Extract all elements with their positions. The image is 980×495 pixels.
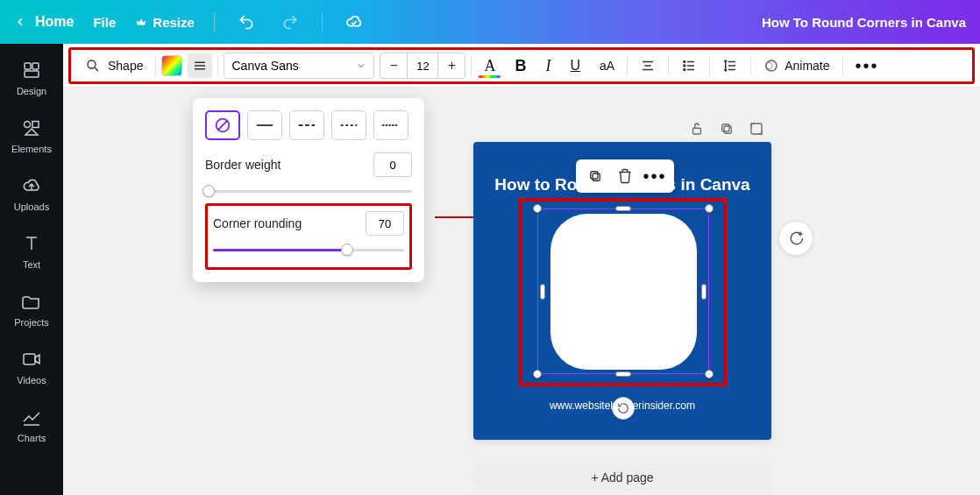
cloud-sync-button[interactable] [342, 10, 366, 34]
context-toolbar: Shape Canva Sans − 12 + A B I U aA [68, 47, 975, 84]
corner-rounding-slider[interactable] [213, 243, 404, 257]
border-style-none[interactable] [205, 110, 240, 140]
svg-point-3 [25, 122, 31, 128]
border-style-row [205, 110, 412, 140]
font-size-increase[interactable]: + [438, 58, 465, 74]
svg-rect-40 [591, 172, 598, 179]
italic-button[interactable]: I [538, 53, 557, 79]
svg-point-18 [684, 69, 685, 71]
svg-rect-37 [722, 124, 729, 131]
list-icon [681, 58, 697, 74]
text-case-button[interactable]: aA [593, 53, 621, 79]
animate-icon [763, 58, 779, 74]
cloud-check-icon [344, 12, 364, 32]
duplicate-selection-button[interactable] [581, 163, 609, 189]
sidebar-item-elements[interactable]: Elements [0, 107, 63, 165]
undo-icon [238, 13, 255, 31]
add-page-button[interactable]: + Add page [473, 463, 771, 492]
toolbar-container: Shape Canva Sans − 12 + A B I U aA [63, 44, 980, 88]
toolbar-separator [217, 56, 218, 75]
toolbar-separator [750, 56, 751, 75]
sidebar-item-videos[interactable]: Videos [0, 338, 63, 396]
sidebar-item-text[interactable]: Text [0, 223, 63, 280]
align-center-icon [640, 58, 656, 74]
resize-handle-top[interactable] [615, 206, 631, 211]
upload-cloud-icon [21, 175, 42, 196]
shape-tool-label: Shape [108, 59, 143, 73]
rotate-handle[interactable] [612, 397, 635, 420]
redo-button[interactable] [278, 10, 302, 34]
toolbar-separator [842, 56, 843, 75]
list-button[interactable] [674, 53, 704, 79]
text-align-button[interactable] [633, 53, 663, 79]
bold-button[interactable]: B [508, 53, 533, 79]
svg-rect-4 [32, 122, 39, 128]
home-label: Home [35, 14, 74, 30]
resize-handle-tl[interactable] [533, 204, 542, 213]
svg-rect-2 [25, 71, 39, 77]
font-family-select[interactable]: Canva Sans [224, 53, 374, 79]
shape-tool-button[interactable]: Shape [78, 53, 150, 79]
more-button[interactable]: ••• [849, 53, 886, 79]
corner-rounding-label: Corner rounding [213, 216, 302, 230]
duplicate-icon[interactable] [719, 121, 735, 137]
fill-color-swatch[interactable] [161, 55, 182, 76]
folder-icon [21, 291, 42, 312]
header-left: Home File Resize [14, 10, 366, 34]
font-name: Canva Sans [231, 59, 298, 73]
resize-handle-br[interactable] [705, 370, 714, 378]
spacing-button[interactable] [715, 53, 745, 79]
sidebar-item-charts[interactable]: Charts [0, 396, 63, 454]
toolbar-separator [471, 56, 472, 75]
corner-rounding-section: Corner rounding 70 [205, 203, 412, 270]
sidebar-item-projects[interactable]: Projects [0, 280, 63, 338]
border-style-dashed[interactable] [289, 110, 324, 140]
back-home[interactable]: Home [14, 14, 74, 30]
expand-icon[interactable] [749, 121, 764, 137]
resize-handle-bottom[interactable] [615, 371, 631, 377]
border-weight-slider[interactable] [205, 184, 412, 198]
border-style-button[interactable] [188, 53, 212, 78]
animate-label: Animate [785, 59, 829, 73]
resize-handle-bl[interactable] [533, 370, 542, 378]
corner-rounding-input[interactable]: 70 [366, 211, 404, 236]
sidebar-item-design[interactable]: Design [0, 49, 63, 107]
more-selection-button[interactable]: ••• [641, 163, 669, 189]
chevron-down-icon [356, 60, 366, 71]
sidebar-label: Charts [18, 433, 46, 443]
svg-rect-38 [751, 124, 762, 134]
border-style-short-dash[interactable] [331, 110, 366, 140]
line-dotted-icon [381, 116, 401, 135]
hamburger-icon [192, 58, 208, 74]
font-size-decrease[interactable]: − [380, 58, 407, 74]
resize-handle-tr[interactable] [705, 204, 714, 213]
font-size-value[interactable]: 12 [407, 53, 438, 78]
menu-resize[interactable]: Resize [135, 15, 195, 30]
chart-line-icon [21, 407, 42, 428]
sidebar-item-uploads[interactable]: Uploads [0, 165, 63, 223]
border-style-solid[interactable] [247, 110, 282, 140]
border-weight-input[interactable]: 0 [373, 152, 412, 177]
resize-handle-left[interactable] [540, 284, 545, 300]
menu-file[interactable]: File [93, 15, 116, 30]
delete-selection-button[interactable] [611, 163, 639, 189]
svg-rect-35 [693, 128, 701, 134]
add-comment-button[interactable] [778, 221, 813, 256]
animate-button[interactable]: Animate [756, 53, 836, 79]
sidebar-label: Videos [17, 375, 46, 385]
slider-thumb[interactable] [341, 244, 353, 256]
case-glyph: aA [600, 59, 614, 73]
slider-thumb[interactable] [202, 185, 215, 197]
toolbar-separator [668, 56, 669, 75]
underline-button[interactable]: U [563, 53, 587, 79]
text-icon [21, 233, 42, 254]
undo-button[interactable] [234, 10, 259, 34]
svg-point-16 [684, 61, 685, 63]
border-style-dotted[interactable] [373, 110, 408, 140]
canvas-area: Border weight 0 Corner rounding 70 [63, 88, 980, 495]
lock-open-icon[interactable] [689, 121, 705, 137]
line-solid-icon [255, 116, 274, 135]
resize-handle-right[interactable] [701, 284, 707, 300]
text-color-button[interactable]: A [477, 53, 502, 79]
toolbar-separator [155, 56, 156, 75]
